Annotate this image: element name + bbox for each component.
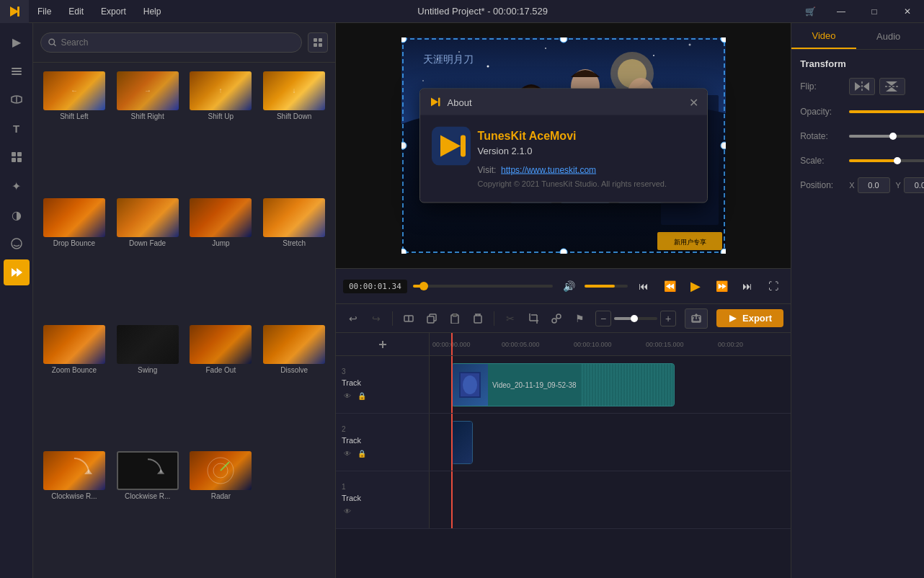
menu-export[interactable]: Export [92,0,135,23]
share-button[interactable] [685,308,708,329]
about-dialog-body: TunesKit AceMovi Version 2.1.0 Visit: ht… [420,115,707,203]
svg-rect-67 [461,135,466,157]
marker-button[interactable]: ⚑ [569,308,590,329]
about-visit-label: Visit: [478,165,497,175]
video-clip-2[interactable] [451,421,473,464]
svg-text:↓: ↓ [293,86,296,94]
flip-label: Flip: [800,81,843,92]
track-number-2: 2 [342,425,346,433]
tab-color[interactable]: Color [921,23,924,49]
sidebar-icon-sticker[interactable] [4,231,30,257]
track-visibility-2[interactable]: 👁 [342,448,353,459]
video-clip-main[interactable]: Video_20-11-19_09-52-38 [451,363,675,406]
pos-x-input[interactable]: 0.0 [858,177,890,193]
cart-icon[interactable]: 🛒 [796,0,825,23]
track-icons-1: 👁 [342,505,353,517]
effect-down-fade[interactable]: Down Fade [112,195,183,319]
opacity-slider[interactable] [849,110,924,113]
svg-text:天涯明月刀: 天涯明月刀 [423,54,474,65]
effect-drop-bounce[interactable]: Drop Bounce [39,195,110,319]
flip-horizontal-button[interactable] [849,78,875,95]
skip-end-button[interactable]: ⏭ [737,276,758,296]
playback-progress-bar[interactable] [413,285,553,288]
track-lock-3[interactable]: 🔒 [356,390,368,401]
effect-dissolve[interactable]: Dissolve [259,322,329,446]
search-box[interactable] [40,32,302,53]
effect-shift-left[interactable]: ← Shift Left [39,68,110,192]
sidebar-icon-audio[interactable] [4,86,30,112]
pos-x-group: X 0.0 [849,177,889,193]
maximize-button[interactable]: □ [858,0,891,23]
menu-file[interactable]: File [29,0,60,23]
volume-icon[interactable]: 🔊 [559,276,579,296]
minimize-button[interactable]: — [825,0,858,23]
effect-radar[interactable]: Radar [186,448,257,572]
export-button[interactable]: Export [716,309,783,327]
about-website-link[interactable]: https://www.tuneskit.com [501,165,596,175]
zoom-slider[interactable] [614,317,657,320]
effect-shift-down[interactable]: ↓ Shift Down [259,68,329,192]
timeline-corner[interactable] [336,333,430,355]
tab-audio[interactable]: Audio [856,23,921,49]
sidebar-icon-template[interactable] [4,144,30,170]
effect-fade-out[interactable]: Fade Out [186,322,257,446]
close-button[interactable]: ✕ [891,0,924,23]
track-row-1: 1 Track 👁 [336,471,791,529]
about-version: Version 2.1.0 [478,146,693,156]
transform-section-title: Transform [800,58,924,69]
sidebar-icon-effects[interactable]: ✦ [4,173,30,199]
zoom-out-button[interactable]: − [595,311,611,326]
paste-button[interactable] [445,308,465,329]
next-frame-button[interactable]: ⏩ [711,276,732,296]
current-time-display: 00:00:01.34 [343,280,407,293]
fullscreen-button[interactable]: ⛶ [763,276,783,296]
effect-swing[interactable]: Swing [112,322,183,446]
redo-button[interactable]: ↪ [366,308,386,329]
detach-button[interactable] [546,308,567,329]
effect-stretch[interactable]: Stretch [259,195,329,319]
tab-video[interactable]: Video [791,23,856,49]
track-visibility-3[interactable]: 👁 [342,390,353,401]
track-lock-2[interactable]: 🔒 [356,448,368,459]
pos-y-input[interactable]: 0.0 [904,177,924,193]
sidebar-icon-layers[interactable] [4,58,30,84]
cut-tool-button[interactable]: ✂ [500,308,520,329]
effect-zoom-bounce[interactable]: Zoom Bounce [39,322,110,446]
sidebar-icon-media[interactable]: ▶ [4,29,30,55]
about-dialog-title: About [448,97,683,107]
copy-button[interactable] [422,308,442,329]
effect-label: Shift Up [208,112,234,121]
about-dialog-header: About ✕ [420,89,707,115]
svg-point-56 [401,142,407,149]
rotate-slider[interactable] [849,135,924,138]
track-content-2[interactable] [430,414,791,471]
search-input[interactable] [61,37,294,48]
split-button[interactable] [399,308,419,329]
effect-shift-up[interactable]: ↑ Shift Up [186,68,257,192]
about-close-button[interactable]: ✕ [689,95,698,109]
skip-start-button[interactable]: ⏮ [634,276,654,296]
timeline-ruler-row: 00:00:00.000 00:00:05.000 00:00:10.000 0… [336,333,791,356]
sidebar-icon-text[interactable]: T [4,115,30,141]
effect-clockwise-r2[interactable]: Clockwise R... [112,448,183,572]
track-content-3[interactable]: Video_20-11-19_09-52-38 [430,356,791,413]
grid-toggle-button[interactable] [308,32,328,53]
track-visibility-1[interactable]: 👁 [342,505,353,517]
track-content-1[interactable] [430,471,791,528]
play-button[interactable]: ▶ [685,276,706,296]
delete-button[interactable] [468,308,488,329]
sidebar-icon-filter[interactable]: ◑ [4,202,30,228]
undo-button[interactable]: ↩ [343,308,363,329]
effect-jump[interactable]: Jump [186,195,257,319]
menu-edit[interactable]: Edit [60,0,92,23]
crop-button[interactable] [523,308,543,329]
flip-vertical-button[interactable] [879,78,905,95]
menu-help[interactable]: Help [135,0,170,23]
scale-slider[interactable] [849,159,924,162]
effect-clockwise-r1[interactable]: Clockwise R... [39,448,110,572]
effect-shift-right[interactable]: → Shift Right [112,68,183,192]
zoom-in-button[interactable]: + [660,311,676,326]
volume-bar[interactable] [585,285,628,288]
sidebar-icon-transition[interactable] [4,259,30,285]
prev-frame-button[interactable]: ⏪ [659,276,680,296]
